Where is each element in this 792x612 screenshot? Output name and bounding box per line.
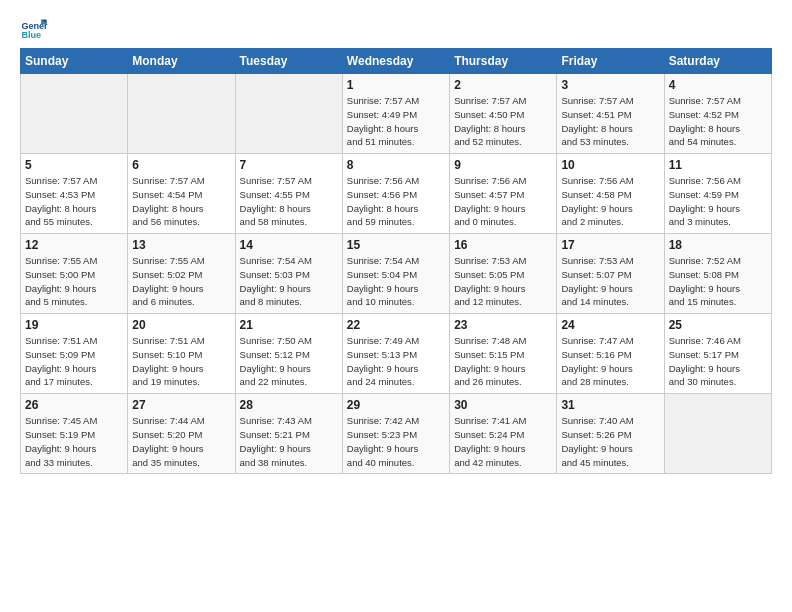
cell-content: Sunrise: 7:45 AM Sunset: 5:19 PM Dayligh… — [25, 414, 123, 469]
day-number: 15 — [347, 238, 445, 252]
svg-text:Blue: Blue — [21, 30, 41, 40]
day-number: 6 — [132, 158, 230, 172]
week-row-3: 19Sunrise: 7:51 AM Sunset: 5:09 PM Dayli… — [21, 314, 772, 394]
cell-content: Sunrise: 7:57 AM Sunset: 4:52 PM Dayligh… — [669, 94, 767, 149]
calendar-cell: 22Sunrise: 7:49 AM Sunset: 5:13 PM Dayli… — [342, 314, 449, 394]
cell-content: Sunrise: 7:48 AM Sunset: 5:15 PM Dayligh… — [454, 334, 552, 389]
calendar-cell: 17Sunrise: 7:53 AM Sunset: 5:07 PM Dayli… — [557, 234, 664, 314]
calendar-cell: 21Sunrise: 7:50 AM Sunset: 5:12 PM Dayli… — [235, 314, 342, 394]
cell-content: Sunrise: 7:43 AM Sunset: 5:21 PM Dayligh… — [240, 414, 338, 469]
calendar-cell: 24Sunrise: 7:47 AM Sunset: 5:16 PM Dayli… — [557, 314, 664, 394]
calendar-cell: 5Sunrise: 7:57 AM Sunset: 4:53 PM Daylig… — [21, 154, 128, 234]
cell-content: Sunrise: 7:56 AM Sunset: 4:57 PM Dayligh… — [454, 174, 552, 229]
calendar-cell: 12Sunrise: 7:55 AM Sunset: 5:00 PM Dayli… — [21, 234, 128, 314]
calendar-cell: 1Sunrise: 7:57 AM Sunset: 4:49 PM Daylig… — [342, 74, 449, 154]
cell-content: Sunrise: 7:56 AM Sunset: 4:58 PM Dayligh… — [561, 174, 659, 229]
day-number: 9 — [454, 158, 552, 172]
logo-icon: General Blue — [20, 16, 48, 44]
calendar-cell: 6Sunrise: 7:57 AM Sunset: 4:54 PM Daylig… — [128, 154, 235, 234]
cell-content: Sunrise: 7:47 AM Sunset: 5:16 PM Dayligh… — [561, 334, 659, 389]
calendar-cell: 8Sunrise: 7:56 AM Sunset: 4:56 PM Daylig… — [342, 154, 449, 234]
calendar-cell — [235, 74, 342, 154]
logo: General Blue — [20, 16, 52, 44]
cell-content: Sunrise: 7:49 AM Sunset: 5:13 PM Dayligh… — [347, 334, 445, 389]
day-number: 7 — [240, 158, 338, 172]
header: General Blue — [20, 16, 772, 44]
cell-content: Sunrise: 7:46 AM Sunset: 5:17 PM Dayligh… — [669, 334, 767, 389]
day-number: 2 — [454, 78, 552, 92]
day-number: 1 — [347, 78, 445, 92]
cell-content: Sunrise: 7:56 AM Sunset: 4:56 PM Dayligh… — [347, 174, 445, 229]
header-tuesday: Tuesday — [235, 49, 342, 74]
cell-content: Sunrise: 7:41 AM Sunset: 5:24 PM Dayligh… — [454, 414, 552, 469]
calendar-cell: 14Sunrise: 7:54 AM Sunset: 5:03 PM Dayli… — [235, 234, 342, 314]
calendar-cell: 3Sunrise: 7:57 AM Sunset: 4:51 PM Daylig… — [557, 74, 664, 154]
day-number: 27 — [132, 398, 230, 412]
calendar-cell: 9Sunrise: 7:56 AM Sunset: 4:57 PM Daylig… — [450, 154, 557, 234]
calendar-cell: 30Sunrise: 7:41 AM Sunset: 5:24 PM Dayli… — [450, 394, 557, 474]
day-number: 28 — [240, 398, 338, 412]
cell-content: Sunrise: 7:55 AM Sunset: 5:02 PM Dayligh… — [132, 254, 230, 309]
day-number: 13 — [132, 238, 230, 252]
day-number: 25 — [669, 318, 767, 332]
cell-content: Sunrise: 7:53 AM Sunset: 5:07 PM Dayligh… — [561, 254, 659, 309]
day-number: 19 — [25, 318, 123, 332]
day-number: 14 — [240, 238, 338, 252]
day-number: 24 — [561, 318, 659, 332]
week-row-0: 1Sunrise: 7:57 AM Sunset: 4:49 PM Daylig… — [21, 74, 772, 154]
cell-content: Sunrise: 7:53 AM Sunset: 5:05 PM Dayligh… — [454, 254, 552, 309]
header-friday: Friday — [557, 49, 664, 74]
day-number: 11 — [669, 158, 767, 172]
cell-content: Sunrise: 7:50 AM Sunset: 5:12 PM Dayligh… — [240, 334, 338, 389]
page: General Blue SundayMondayTuesdayWednesda… — [0, 0, 792, 484]
cell-content: Sunrise: 7:44 AM Sunset: 5:20 PM Dayligh… — [132, 414, 230, 469]
day-number: 18 — [669, 238, 767, 252]
day-number: 4 — [669, 78, 767, 92]
calendar-cell: 11Sunrise: 7:56 AM Sunset: 4:59 PM Dayli… — [664, 154, 771, 234]
calendar-cell: 28Sunrise: 7:43 AM Sunset: 5:21 PM Dayli… — [235, 394, 342, 474]
calendar-header-row: SundayMondayTuesdayWednesdayThursdayFrid… — [21, 49, 772, 74]
day-number: 23 — [454, 318, 552, 332]
calendar-cell: 4Sunrise: 7:57 AM Sunset: 4:52 PM Daylig… — [664, 74, 771, 154]
calendar-cell — [21, 74, 128, 154]
calendar-cell: 16Sunrise: 7:53 AM Sunset: 5:05 PM Dayli… — [450, 234, 557, 314]
cell-content: Sunrise: 7:54 AM Sunset: 5:03 PM Dayligh… — [240, 254, 338, 309]
calendar-cell: 31Sunrise: 7:40 AM Sunset: 5:26 PM Dayli… — [557, 394, 664, 474]
cell-content: Sunrise: 7:57 AM Sunset: 4:54 PM Dayligh… — [132, 174, 230, 229]
cell-content: Sunrise: 7:51 AM Sunset: 5:09 PM Dayligh… — [25, 334, 123, 389]
day-number: 20 — [132, 318, 230, 332]
day-number: 12 — [25, 238, 123, 252]
week-row-4: 26Sunrise: 7:45 AM Sunset: 5:19 PM Dayli… — [21, 394, 772, 474]
day-number: 29 — [347, 398, 445, 412]
calendar-cell: 13Sunrise: 7:55 AM Sunset: 5:02 PM Dayli… — [128, 234, 235, 314]
day-number: 17 — [561, 238, 659, 252]
cell-content: Sunrise: 7:40 AM Sunset: 5:26 PM Dayligh… — [561, 414, 659, 469]
cell-content: Sunrise: 7:51 AM Sunset: 5:10 PM Dayligh… — [132, 334, 230, 389]
week-row-1: 5Sunrise: 7:57 AM Sunset: 4:53 PM Daylig… — [21, 154, 772, 234]
calendar-cell: 19Sunrise: 7:51 AM Sunset: 5:09 PM Dayli… — [21, 314, 128, 394]
day-number: 5 — [25, 158, 123, 172]
day-number: 3 — [561, 78, 659, 92]
header-monday: Monday — [128, 49, 235, 74]
cell-content: Sunrise: 7:52 AM Sunset: 5:08 PM Dayligh… — [669, 254, 767, 309]
cell-content: Sunrise: 7:57 AM Sunset: 4:49 PM Dayligh… — [347, 94, 445, 149]
calendar-cell: 25Sunrise: 7:46 AM Sunset: 5:17 PM Dayli… — [664, 314, 771, 394]
cell-content: Sunrise: 7:42 AM Sunset: 5:23 PM Dayligh… — [347, 414, 445, 469]
header-saturday: Saturday — [664, 49, 771, 74]
cell-content: Sunrise: 7:55 AM Sunset: 5:00 PM Dayligh… — [25, 254, 123, 309]
day-number: 26 — [25, 398, 123, 412]
cell-content: Sunrise: 7:57 AM Sunset: 4:50 PM Dayligh… — [454, 94, 552, 149]
calendar-cell: 27Sunrise: 7:44 AM Sunset: 5:20 PM Dayli… — [128, 394, 235, 474]
day-number: 8 — [347, 158, 445, 172]
day-number: 22 — [347, 318, 445, 332]
cell-content: Sunrise: 7:57 AM Sunset: 4:51 PM Dayligh… — [561, 94, 659, 149]
calendar-cell: 15Sunrise: 7:54 AM Sunset: 5:04 PM Dayli… — [342, 234, 449, 314]
calendar-cell: 20Sunrise: 7:51 AM Sunset: 5:10 PM Dayli… — [128, 314, 235, 394]
day-number: 31 — [561, 398, 659, 412]
header-thursday: Thursday — [450, 49, 557, 74]
week-row-2: 12Sunrise: 7:55 AM Sunset: 5:00 PM Dayli… — [21, 234, 772, 314]
calendar-cell: 7Sunrise: 7:57 AM Sunset: 4:55 PM Daylig… — [235, 154, 342, 234]
calendar-cell: 10Sunrise: 7:56 AM Sunset: 4:58 PM Dayli… — [557, 154, 664, 234]
calendar-cell — [664, 394, 771, 474]
cell-content: Sunrise: 7:57 AM Sunset: 4:53 PM Dayligh… — [25, 174, 123, 229]
